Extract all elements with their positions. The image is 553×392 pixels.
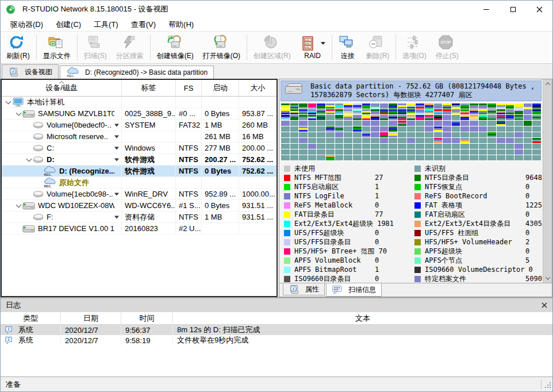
row-dropdown-arrow[interactable] <box>114 193 119 195</box>
scan-block <box>281 115 290 120</box>
scan-block <box>443 115 451 120</box>
toolbar-open-image-button[interactable]: 打开镜像(O) <box>198 32 245 63</box>
expander-icon[interactable] <box>25 156 33 164</box>
tree-row-1[interactable]: SAMSUNG MZVLB1T0...0025_388B_9...#0 ...0… <box>2 108 276 120</box>
tree-row-3[interactable]: Microsoft reserve..261 MB16 MB <box>2 131 276 143</box>
log-column-header-3[interactable]: 文本 <box>173 312 552 324</box>
toolbar-icon-wrap <box>339 34 357 51</box>
maximize-button[interactable] <box>500 1 526 18</box>
legend-label: UFS/FFS 柱面组 <box>425 228 521 238</box>
rec-icon: REC. <box>43 178 56 188</box>
scan-block <box>443 109 451 114</box>
tab-scan-information[interactable]: 扫描信息 <box>326 283 382 297</box>
row-dropdown-arrow[interactable] <box>114 158 119 161</box>
scan-block <box>532 115 541 120</box>
tree-row-6[interactable]: REC.D: (Recognize...软件游戏NTFS0 Bytes752.6… <box>2 166 276 177</box>
tree-row-2[interactable]: Volume{0bedecf0-..SYSTEMFAT321 MB260 MB <box>2 120 276 131</box>
tree-row-8[interactable]: Volume{1ecb0c98-..WinRE_DRVNTFS952.89 ..… <box>2 189 276 200</box>
tree-row-5[interactable]: D:软件游戏NTFS200.27 ...752.62 ... <box>2 154 276 166</box>
toolbar-create-image-button[interactable]: 创建镜像(E) <box>152 32 198 63</box>
log-close-button[interactable] <box>542 302 547 308</box>
scan-block <box>416 103 424 109</box>
legend-item: NTFS LogFile1 <box>282 191 412 201</box>
menu-item-tools[interactable]: 工具(T) <box>87 18 125 32</box>
tree-column-header-1[interactable]: 标签 <box>122 80 176 96</box>
toolbar-button-label: 显示文件 <box>43 51 71 61</box>
tree-row-11[interactable]: BR17 DEVICE V1.00 1....20160823#2 U... <box>2 223 276 235</box>
row-dropdown-arrow[interactable] <box>114 135 119 138</box>
toolbar-connect-button[interactable]: 连接 <box>334 32 362 63</box>
cell-fs <box>176 97 202 107</box>
tree-row-4[interactable]: C:WindowsNTFS277 MB200.00 ... <box>2 143 276 154</box>
log-column-header-2[interactable]: 时间 <box>121 312 173 324</box>
tab-recognized-partition[interactable]: REC.D: (Recognized0) -> Basic data parti… <box>60 66 214 79</box>
tree-column-header-2[interactable]: FS <box>176 80 202 96</box>
scan-block <box>443 149 451 155</box>
tree-row-9[interactable]: WDC WD10EZEX-08W...WD-WCC6Y6...#1 S...0 … <box>2 200 276 212</box>
menu-item-drives[interactable]: 驱动器(D) <box>4 18 49 32</box>
scan-block <box>398 155 406 160</box>
minimize-button[interactable] <box>473 1 500 18</box>
expander-icon[interactable] <box>14 202 22 210</box>
tree-row-7[interactable]: REC.原始文件 <box>2 177 276 189</box>
scan-blocks-grid[interactable] <box>281 103 542 161</box>
cell-size-text: 16 MB <box>242 132 264 141</box>
expander-icon[interactable] <box>4 98 12 106</box>
scan-block <box>290 138 299 143</box>
tree-column-header-0[interactable]: 设备/磁盘 <box>2 80 122 96</box>
cell-label: WinRE_DRV <box>122 189 176 199</box>
expander-icon[interactable] <box>14 110 22 118</box>
cell-fs-text: NTFS <box>179 213 198 221</box>
scan-scrollbar[interactable] <box>543 79 552 283</box>
row-dropdown-arrow[interactable] <box>114 124 119 126</box>
menu-item-help[interactable]: 帮助(H) <box>162 18 200 32</box>
cell-size <box>239 97 276 107</box>
resize-grip[interactable] <box>544 382 551 390</box>
scan-block <box>317 155 325 160</box>
scan-block <box>416 115 424 120</box>
toolbar-icon-wrap: STOP <box>438 34 456 51</box>
menu-item-create[interactable]: 创建(C) <box>49 18 87 32</box>
scan-block <box>317 121 325 126</box>
raid-dropdown-arrow[interactable] <box>321 42 325 45</box>
legend-item: UFS/FFS目录条目0 <box>282 237 412 247</box>
scan-block <box>389 149 397 155</box>
toolbar-show-files-button[interactable]: 显示文件 <box>39 32 75 63</box>
tree-row-0[interactable]: 本地计算机 <box>2 97 276 108</box>
scroll-up-button[interactable] <box>543 79 552 89</box>
scan-block <box>460 132 469 137</box>
toolbar-refresh-button[interactable]: 刷新(R) <box>2 32 34 63</box>
row-dropdown-arrow[interactable] <box>114 147 119 149</box>
close-icon <box>536 6 543 13</box>
scan-block <box>308 149 317 155</box>
svg-text:STOP: STOP <box>440 40 451 44</box>
scan-block <box>362 126 371 132</box>
menu-item-view[interactable]: 查看(V) <box>125 18 162 32</box>
close-button[interactable] <box>526 1 552 18</box>
cell-label-text: 0025_388B_9... <box>125 109 176 118</box>
legend-label: HFS/HFS+ BTree+ 范围 <box>294 247 375 256</box>
tree-row-10[interactable]: F:资料存储NTFS1 MB931.51 ... <box>2 212 276 223</box>
scan-block <box>479 103 487 109</box>
toolbar-icon-wrap <box>9 34 27 51</box>
log-column-header-0[interactable]: 类型 <box>1 312 61 324</box>
toolbar-raid-button[interactable]: RAID <box>295 32 330 63</box>
tab-properties[interactable]: i属性 <box>283 283 325 295</box>
cell-boot <box>202 223 239 234</box>
scan-block <box>452 121 460 126</box>
cell-label-text: Windows <box>125 144 155 152</box>
tab-device-view[interactable]: i设备视图 <box>2 64 59 79</box>
log-row-0[interactable]: i系统2020/12/79:56:378m 12s 的 D: 扫描已完成 <box>1 325 552 335</box>
row-dropdown-arrow[interactable] <box>114 216 119 218</box>
tree-column-header-3[interactable]: 启动 <box>202 80 239 96</box>
log-time-cell: 9:56:37 <box>121 325 173 335</box>
tree-column-header-4[interactable]: 大小 <box>239 80 276 96</box>
scan-block <box>407 121 416 126</box>
log-column-header-1[interactable]: 日期 <box>61 312 121 324</box>
tree-body: 本地计算机SAMSUNG MZVLB1T0...0025_388B_9...#0… <box>2 97 276 235</box>
scan-block <box>452 149 460 155</box>
scroll-down-button[interactable] <box>543 274 552 283</box>
log-row-1[interactable]: i系统2020/12/79:58:19文件枚举在9秒内完成 <box>1 335 552 345</box>
scan-block <box>326 144 335 149</box>
scan-block <box>497 109 505 114</box>
